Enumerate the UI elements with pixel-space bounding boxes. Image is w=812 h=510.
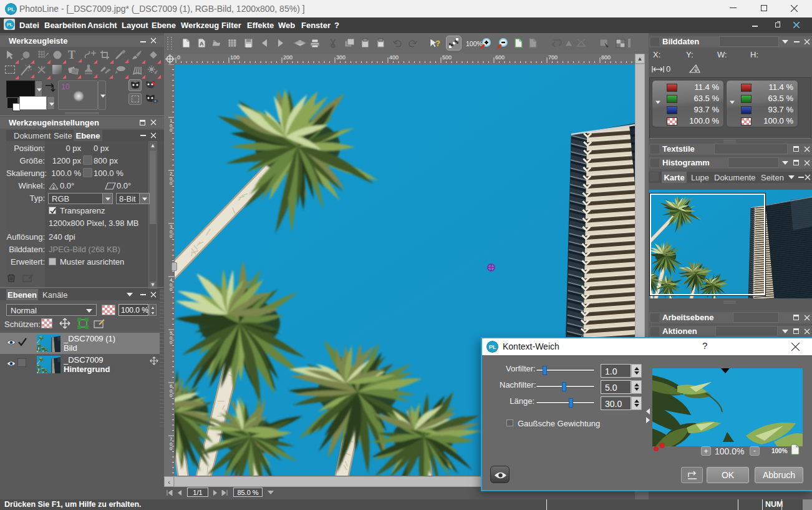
svg-text:200: 200 <box>283 54 292 61</box>
svg-text:PL: PL <box>489 344 496 350</box>
svg-text:800: 800 <box>601 54 611 61</box>
svg-text:500: 500 <box>442 54 452 61</box>
svg-text:300: 300 <box>336 54 346 61</box>
svg-text:600: 600 <box>495 54 505 61</box>
svg-text:A: A <box>200 41 204 47</box>
svg-text:PL: PL <box>7 6 15 12</box>
svg-text:PL: PL <box>7 22 13 27</box>
svg-text:400: 400 <box>389 54 399 61</box>
svg-text:100: 100 <box>230 54 239 61</box>
svg-text:0: 0 <box>177 54 180 61</box>
svg-text:?: ? <box>435 39 440 48</box>
svg-text:700: 700 <box>548 54 558 61</box>
